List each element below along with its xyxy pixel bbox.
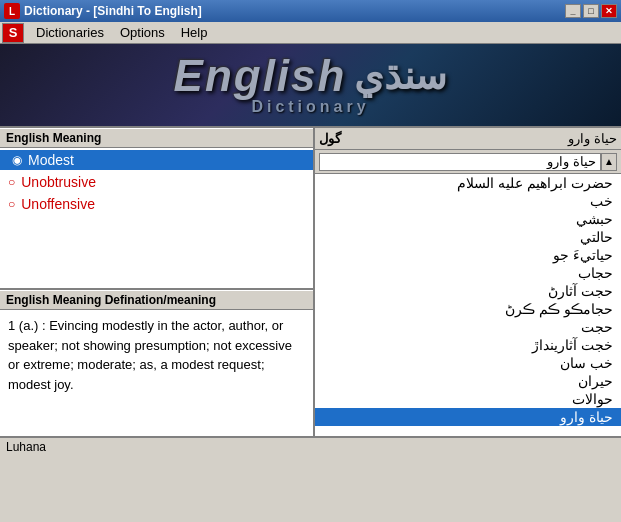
meaning-text-unoffensive: Unoffensive [21,196,95,212]
definition-text: 1 (a.) : Evincing modestly in the actor,… [8,318,292,392]
meaning-list: ◉ Modest ○ Unobtrusive ○ Unoffensive [0,148,313,288]
menu-bar: S Dictionaries Options Help [0,22,621,44]
menu-options[interactable]: Options [112,23,173,42]
menu-help[interactable]: Help [173,23,216,42]
word-item[interactable]: حياتيءَ جو [315,246,621,264]
search-input[interactable] [319,153,601,171]
word-item[interactable]: حجاب [315,264,621,282]
radio-unobtrusive: ○ [8,175,15,189]
menu-logo: S [2,23,24,43]
app-icon: L [4,3,20,19]
left-panel: English Meaning ◉ Modest ○ Unobtrusive ○… [0,128,315,436]
definition-section: English Meaning Defination/meaning 1 (a.… [0,288,313,436]
meaning-item-unobtrusive[interactable]: ○ Unobtrusive [8,172,305,192]
title-bar-controls[interactable]: _ □ ✕ [565,4,617,18]
word-item[interactable]: حوالات [315,390,621,408]
scroll-up-button[interactable]: ▲ [601,153,617,171]
banner: English سنڌي Dictionary [0,44,621,126]
word-list[interactable]: حضرت ابراهيم عليه السلامخبحبشيحالتيحياتي… [315,174,621,436]
banner-english-text: English [174,54,347,98]
word-item[interactable]: حيران [315,372,621,390]
word-item[interactable]: خب سان [315,354,621,372]
title-text: Dictionary - [Sindhi To English] [24,4,202,18]
right-panel: گول حياة وارو ▲ حضرت ابراهيم عليه السلام… [315,128,621,436]
status-text: Luhana [6,440,46,454]
word-item[interactable]: حالتي [315,228,621,246]
meaning-item-unoffensive[interactable]: ○ Unoffensive [8,194,305,214]
radio-modest: ◉ [12,153,22,167]
maximize-button[interactable]: □ [583,4,599,18]
word-item[interactable]: حجت [315,318,621,336]
banner-dictionary-text: Dictionary [251,98,369,116]
word-item[interactable]: حياة وارو [315,408,621,426]
main-content: English Meaning ◉ Modest ○ Unobtrusive ○… [0,126,621,436]
meaning-header: English Meaning [0,128,313,148]
word-item[interactable]: خب [315,192,621,210]
status-bar: Luhana [0,436,621,456]
title-bar-left: L Dictionary - [Sindhi To English] [4,3,202,19]
minimize-button[interactable]: _ [565,4,581,18]
banner-sindhi-text: سنڌي [354,54,447,98]
radio-unoffensive: ○ [8,197,15,211]
word-item[interactable]: حبشي [315,210,621,228]
word-item[interactable]: حجت آثارڻ [315,282,621,300]
word-item[interactable]: حضرت ابراهيم عليه السلام [315,174,621,192]
meaning-text-modest: Modest [28,152,74,168]
meaning-text-unobtrusive: Unobtrusive [21,174,96,190]
gol-label: گول [319,131,341,146]
search-bar: ▲ [315,150,621,174]
close-button[interactable]: ✕ [601,4,617,18]
menu-dictionaries[interactable]: Dictionaries [28,23,112,42]
meaning-item-modest[interactable]: ◉ Modest [0,150,313,170]
definition-content[interactable]: 1 (a.) : Evincing modestly in the actor,… [0,310,313,436]
word-item[interactable]: خجت آثارينداڙ [315,336,621,354]
definition-header: English Meaning Defination/meaning [0,290,313,310]
right-top-bar: گول حياة وارو [315,128,621,150]
top-label: حياة وارو [568,131,617,146]
title-bar: L Dictionary - [Sindhi To English] _ □ ✕ [0,0,621,22]
word-item[interactable]: حجامڪو ڪم ڪرڻ [315,300,621,318]
